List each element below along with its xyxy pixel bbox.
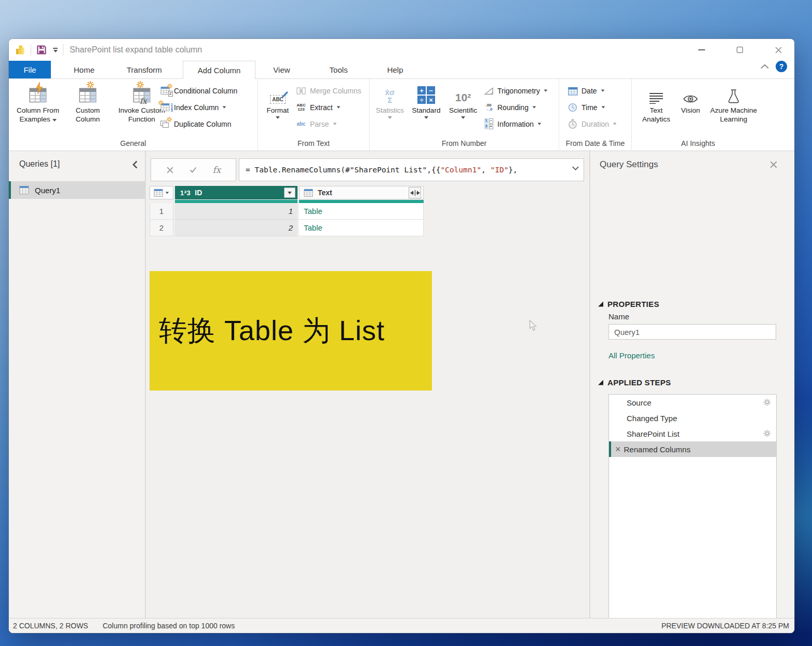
properties-section-header[interactable]: PROPERTIES <box>598 300 659 308</box>
rounding-icon: .00→.0 <box>483 103 494 112</box>
applied-steps-section-header[interactable]: APPLIED STEPS <box>598 378 671 387</box>
conditional-column-icon: ≠ <box>159 86 171 95</box>
step-changed-type[interactable]: Changed Type <box>609 410 776 426</box>
expand-formula-bar-icon[interactable] <box>572 166 579 171</box>
column-from-examples-button[interactable]: Column From Examples <box>13 83 63 124</box>
queries-panel: Queries [1] Query1 <box>9 151 146 618</box>
help-icon[interactable]: ? <box>776 61 787 72</box>
row-number[interactable]: 1 <box>150 203 173 220</box>
group-label-from-datetime: From Date & Time <box>559 139 631 147</box>
merge-columns-icon <box>295 87 307 95</box>
maximize-button[interactable] <box>733 43 747 57</box>
select-all-corner-cell[interactable] <box>150 186 173 199</box>
step-source[interactable]: Source <box>609 395 776 410</box>
status-profiling[interactable]: Column profiling based on top 1000 rows <box>103 622 235 630</box>
cell-table-link[interactable]: Table <box>299 220 424 236</box>
index-column-icon: 123 <box>159 103 171 112</box>
minimize-button[interactable] <box>695 43 708 57</box>
dropdown-caret-icon <box>336 106 340 108</box>
save-icon[interactable] <box>36 45 47 55</box>
annotation-highlight: 转换 Table 为 List <box>150 271 432 391</box>
time-button[interactable]: Time <box>567 101 617 114</box>
parse-button[interactable]: abc Parse <box>295 117 361 130</box>
text-analytics-icon <box>649 83 664 104</box>
dropdown-caret-icon <box>166 192 169 194</box>
status-columns-rows: 2 COLUMNS, 2 ROWS <box>13 622 88 630</box>
vision-button[interactable]: Vision <box>675 83 706 124</box>
tab-home[interactable]: Home <box>61 61 107 78</box>
mouse-cursor-icon <box>529 320 537 331</box>
tab-file[interactable]: File <box>9 61 51 78</box>
filter-dropdown-button[interactable] <box>284 187 295 198</box>
status-bar: 2 COLUMNS, 2 ROWS Column profiling based… <box>9 618 794 633</box>
content-area: Queries [1] Query1 fx = Table.RenameColu… <box>9 151 794 618</box>
conditional-column-button[interactable]: ≠ Conditional Column <box>159 84 237 97</box>
column-header-id[interactable]: 1²3 ID <box>175 186 297 199</box>
query-name: Query1 <box>35 186 60 195</box>
collapse-queries-pane-icon[interactable] <box>132 160 138 169</box>
trigonometry-icon <box>483 87 494 95</box>
step-sharepoint-list[interactable]: SharePoint List <box>609 426 776 441</box>
tab-transform[interactable]: Transform <box>114 61 174 78</box>
collapse-ribbon-icon[interactable] <box>760 64 769 69</box>
step-settings-gear-icon[interactable] <box>763 398 771 406</box>
all-properties-link[interactable]: All Properties <box>608 351 655 360</box>
fx-icon[interactable]: fx <box>212 165 221 175</box>
cell-id[interactable]: 1 <box>175 203 297 220</box>
formula-toolbar: fx <box>151 158 236 181</box>
collapse-triangle-icon <box>598 380 603 385</box>
query-name-input[interactable] <box>608 324 776 340</box>
cell-id[interactable]: 2 <box>175 220 297 236</box>
dropdown-caret-icon <box>424 116 428 119</box>
quick-access-dropdown-icon[interactable] <box>53 48 58 52</box>
standard-icon: + − ÷ × <box>417 83 435 104</box>
standard-button[interactable]: + − ÷ × Standard <box>408 83 444 119</box>
ribbon-tabs: File Home Transform Add Column View Tool… <box>9 61 794 79</box>
vision-icon <box>683 83 698 104</box>
tab-help[interactable]: Help <box>375 61 416 78</box>
scientific-button[interactable]: 10² Scientific <box>444 83 482 119</box>
expand-column-button[interactable] <box>409 187 421 198</box>
dropdown-caret-icon <box>544 89 548 91</box>
cancel-formula-icon[interactable] <box>166 166 174 174</box>
extract-button[interactable]: ABC123 Extract <box>295 101 361 114</box>
query-table-icon <box>19 185 30 195</box>
merge-columns-button[interactable]: Merge Columns <box>295 84 361 97</box>
rounding-button[interactable]: .00→.0 Rounding <box>483 101 548 114</box>
row-number[interactable]: 2 <box>150 220 173 236</box>
step-renamed-columns[interactable]: × Renamed Columns <box>609 441 776 457</box>
group-label-general: General <box>9 139 258 147</box>
information-button[interactable]: 1− 3+ Information <box>483 117 548 130</box>
tab-view[interactable]: View <box>261 61 302 78</box>
group-label-from-text: From Text <box>258 139 369 147</box>
query-settings-title: Query Settings <box>600 159 658 170</box>
text-analytics-button[interactable]: TextAnalytics <box>637 83 675 124</box>
delete-step-icon[interactable]: × <box>615 445 621 453</box>
scientific-icon: 10² <box>455 83 471 104</box>
step-settings-gear-icon[interactable] <box>763 429 771 437</box>
format-button[interactable]: ABC Format <box>259 83 296 119</box>
column-header-text[interactable]: Text <box>299 186 424 199</box>
query-list-item[interactable]: Query1 <box>9 181 145 199</box>
ribbon-group-from-number: x̄σΣ Statistics + − ÷ × Standard <box>370 79 559 151</box>
statistics-button[interactable]: x̄σΣ Statistics <box>372 83 408 119</box>
commit-formula-icon[interactable] <box>189 166 197 173</box>
duplicate-column-button[interactable]: Duplicate Column <box>159 117 237 130</box>
azure-machine-learning-button[interactable]: Azure MachineLearning <box>706 83 762 124</box>
close-query-settings-icon[interactable] <box>769 160 778 169</box>
custom-column-icon <box>78 83 97 104</box>
custom-column-button[interactable]: CustomColumn <box>63 83 113 124</box>
duration-button[interactable]: Duration <box>567 117 617 130</box>
index-column-button[interactable]: 123 Index Column <box>159 101 237 114</box>
cell-table-link[interactable]: Table <box>299 203 424 220</box>
tab-add-column[interactable]: Add Column <box>183 61 256 79</box>
power-query-window: SharePoint list expand table column File… <box>9 39 794 633</box>
tab-tools[interactable]: Tools <box>317 61 360 78</box>
trigonometry-button[interactable]: Trigonometry <box>483 84 548 97</box>
duplicate-column-icon <box>159 120 171 128</box>
close-button[interactable] <box>772 43 785 57</box>
date-button[interactable]: Date <box>567 84 617 97</box>
formula-input[interactable]: = Table.RenameColumns(#"SharePoint List"… <box>239 158 584 181</box>
table-menu-icon <box>154 189 164 197</box>
parse-icon: abc <box>295 122 307 126</box>
